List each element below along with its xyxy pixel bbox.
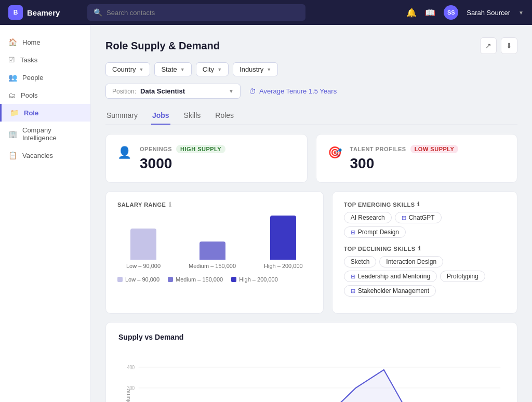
svg-text:400: 400 — [127, 364, 135, 370]
filter-state[interactable]: State ▼ — [154, 62, 191, 76]
skill-prompt-design[interactable]: ⊞ Prompt Design — [344, 226, 406, 238]
sidebar-item-people[interactable]: 👥 People — [0, 69, 90, 86]
talent-icon: 🎯 — [328, 146, 342, 159]
declining-skill-tags: Sketch Interaction Design ⊞ Leadership a… — [344, 256, 506, 297]
page-header: Role Supply & Demand ↗ ⬇ — [105, 37, 517, 54]
tabs: Summary Jobs Skills Roles — [105, 107, 517, 125]
filter-country[interactable]: Country ▼ — [105, 62, 150, 76]
position-select[interactable]: Position: Data Scientist ▼ — [105, 84, 241, 99]
openings-content: OPENINGS High Supply 3000 — [140, 145, 225, 172]
sidebar-item-role[interactable]: 📁 Role — [0, 104, 90, 122]
openings-card: 👤 OPENINGS High Supply 3000 — [105, 134, 308, 183]
layout: 🏠 Home ☑ Tasks 👥 People 🗂 Pools 📁 Role 🏢… — [0, 25, 532, 402]
filter-city[interactable]: City ▼ — [196, 62, 229, 76]
talent-label: TALENT PROFILES Low Supply — [350, 145, 459, 153]
sidebar-item-home[interactable]: 🏠 Home — [0, 33, 90, 51]
skill-stakeholder[interactable]: ⊞ Stakeholder Management — [344, 285, 436, 297]
bar-medium-rect — [200, 242, 225, 260]
vacancies-icon: 📋 — [8, 151, 17, 159]
user-menu-chevron[interactable]: ▼ — [518, 10, 524, 16]
company-icon: 🏢 — [8, 130, 17, 138]
y-axis-label: Volume — [125, 389, 131, 402]
topnav-right: 🔔 📖 SS Sarah Sourcer ▼ — [406, 5, 524, 20]
logo-icon: B — [8, 5, 23, 20]
skill-stakeholder-icon: ⊞ — [351, 288, 355, 294]
bar-high: High – 200,000 — [264, 216, 303, 269]
sidebar-label-role: Role — [24, 109, 38, 117]
skill-prototyping[interactable]: Prototyping — [440, 271, 485, 282]
sidebar-item-vacancies[interactable]: 📋 Vacancies — [0, 146, 90, 164]
legend-medium: Medium – 150,000 — [168, 276, 223, 283]
filters-row: Country ▼ State ▼ City ▼ Industry ▼ — [105, 62, 517, 76]
chart-area: Volume 400 300 200 5 — [118, 346, 504, 402]
tab-roles[interactable]: Roles — [214, 107, 235, 125]
sidebar: 🏠 Home ☑ Tasks 👥 People 🗂 Pools 📁 Role 🏢… — [0, 25, 91, 402]
sidebar-item-tasks[interactable]: ☑ Tasks — [0, 51, 90, 69]
emerging-skill-tags: AI Research ⊞ ChatGPT ⊞ Prompt Design — [344, 212, 506, 238]
supply-demand-title: Supply vs Demand — [118, 333, 504, 341]
share-button[interactable]: ↗ — [480, 37, 497, 54]
talent-card: 🎯 TALENT PROFILES Low Supply 300 — [316, 134, 518, 183]
filter-industry[interactable]: Industry ▼ — [233, 62, 278, 76]
sidebar-item-pools[interactable]: 🗂 Pools — [0, 86, 90, 104]
sidebar-label-home: Home — [22, 38, 41, 46]
salary-bar-chart: Low – 90,000 Medium – 150,000 High – 200… — [117, 216, 312, 269]
search-input[interactable] — [107, 9, 299, 17]
bar-medium: Medium – 150,000 — [189, 242, 236, 269]
salary-title: SALARY RANGE ℹ — [117, 201, 312, 208]
openings-badge: High Supply — [176, 145, 225, 153]
skill-interaction-design[interactable]: Interaction Design — [379, 256, 443, 267]
bar-low: Low – 90,000 — [126, 229, 161, 269]
openings-label: OPENINGS High Supply — [140, 145, 225, 153]
tab-jobs[interactable]: Jobs — [151, 107, 170, 125]
page-title: Role Supply & Demand — [105, 40, 220, 52]
declining-skills-title: TOP DECLINING SKILLS ℹ — [344, 245, 506, 252]
sidebar-item-company[interactable]: 🏢 Company Intelligence — [0, 122, 90, 146]
filter-state-chevron: ▼ — [180, 67, 185, 72]
svg-marker-8 — [139, 370, 504, 402]
search-bar[interactable]: 🔍 — [87, 4, 305, 21]
bookmarks-icon[interactable]: 📖 — [425, 8, 435, 18]
legend-high: High – 200,000 — [231, 276, 278, 283]
skill-stakeholder-label: Stakeholder Management — [358, 287, 429, 294]
filter-city-label: City — [203, 65, 214, 73]
sidebar-label-company: Company Intelligence — [22, 126, 82, 142]
skill-prompt-design-label: Prompt Design — [358, 229, 399, 236]
filter-industry-chevron: ▼ — [267, 67, 271, 72]
notification-icon[interactable]: 🔔 — [406, 8, 417, 18]
skill-leadership[interactable]: ⊞ Leadership and Mentoring — [344, 271, 437, 282]
skill-ai-research[interactable]: AI Research — [344, 212, 392, 223]
skill-chatgpt[interactable]: ⊞ ChatGPT — [395, 212, 442, 223]
username: Sarah Sourcer — [467, 9, 510, 17]
position-value: Data Scientist — [140, 87, 185, 95]
skill-sketch[interactable]: Sketch — [344, 256, 377, 267]
tab-summary[interactable]: Summary — [105, 107, 139, 125]
declining-skills-section: TOP DECLINING SKILLS ℹ Sketch Interactio… — [344, 245, 506, 297]
pools-icon: 🗂 — [8, 91, 16, 99]
avatar: SS — [444, 5, 458, 20]
skill-leadership-icon: ⊞ — [351, 273, 355, 280]
skill-chatgpt-icon: ⊞ — [402, 215, 406, 221]
filter-state-label: State — [161, 65, 177, 73]
legend-label-medium: Medium – 150,000 — [176, 276, 223, 283]
salary-info-icon: ℹ — [169, 201, 172, 208]
app-name: Beamery — [27, 8, 60, 17]
skill-chatgpt-label: ChatGPT — [409, 214, 435, 221]
sidebar-label-vacancies: Vacancies — [22, 152, 53, 159]
bar-high-label: High – 200,000 — [264, 263, 303, 269]
salary-card: SALARY RANGE ℹ Low – 90,000 Medium – 150… — [105, 191, 324, 314]
emerging-info-icon: ℹ — [417, 201, 420, 208]
topnav: B Beamery 🔍 🔔 📖 SS Sarah Sourcer ▼ — [0, 0, 532, 25]
tab-skills[interactable]: Skills — [183, 107, 202, 125]
tenure-text: Average Tenure 1.5 Years — [259, 87, 337, 95]
sidebar-label-pools: Pools — [21, 91, 38, 99]
skill-interaction-label: Interaction Design — [386, 258, 436, 265]
position-label: Position: — [112, 88, 136, 95]
download-button[interactable]: ⬇ — [501, 37, 517, 54]
position-chevron: ▼ — [229, 88, 234, 94]
legend-label-high: High – 200,000 — [239, 276, 278, 283]
app-logo: B Beamery — [8, 5, 81, 20]
role-icon: 📁 — [10, 109, 19, 117]
stat-cards-row: 👤 OPENINGS High Supply 3000 🎯 TALENT PRO… — [105, 134, 517, 183]
emerging-skills-title: TOP EMERGING SKILLS ℹ — [344, 201, 506, 208]
